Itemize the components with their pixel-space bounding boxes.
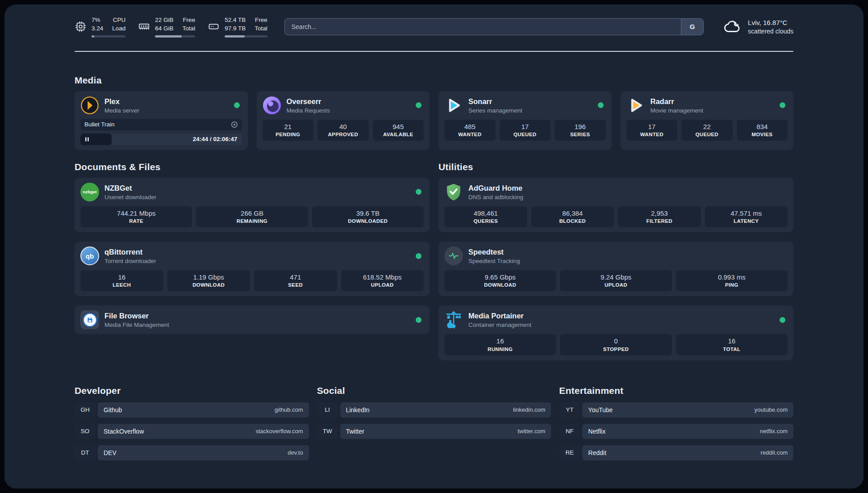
stat-label: PING [678,282,786,288]
app-card-nzbget[interactable]: nzbget NZBGet Usenet downloader 744.21 M… [75,178,430,232]
disk-progress-bar [225,35,267,38]
stat-value: 9.65 Gbps [446,273,554,282]
now-playing-row: Bullet Train [80,119,242,130]
app-card-sonarr[interactable]: Sonarr Series management 485 WANTED 17 Q… [438,91,612,150]
bookmark-abbr[interactable]: DT [75,445,96,460]
stat-tile: 16 TOTAL [676,334,788,355]
bookmark-pill[interactable]: LinkedIn linkedin.com [340,402,551,418]
bookmark-dev[interactable]: DT DEV dev.to [75,445,309,460]
bookmark-pill[interactable]: Netflix netflix.com [582,424,793,439]
cpu-stat: 7% 3.24 CPU Load [75,16,125,38]
bookmark-pill[interactable]: StackOverflow stackoverflow.com [98,424,309,439]
stats-row: 498,461 QUERIES 86,384 BLOCKED 2,953 FIL… [444,206,788,227]
app-card-portainer[interactable]: Media Portainer Container management 16 … [438,305,793,360]
stat-value: 40 [319,122,367,131]
bookmark-netflix[interactable]: NF Netflix netflix.com [559,424,793,439]
status-dot [416,102,421,108]
app-title: Media Portainer [468,311,774,321]
cpu-load-label: Load [112,25,125,33]
card-titles: NZBGet Usenet downloader [104,184,410,201]
bookmark-youtube[interactable]: YT YouTube youtube.com [559,402,793,418]
bookmark-abbr[interactable]: TW [317,424,338,439]
status-dot [780,102,785,108]
search-engine-button[interactable]: G [681,19,703,35]
pause-icon[interactable] [84,137,90,142]
app-card-file-browser[interactable]: File Browser Media File Management [75,305,430,334]
app-card-qbittorrent[interactable]: qb qBittorrent Torrent downloader 16 LEE… [75,242,430,296]
stat-value: 16 [82,273,162,282]
bookmark-url: dev.to [288,449,303,456]
stat-label: QUERIES [446,218,526,224]
bookmark-abbr[interactable]: YT [559,402,580,418]
stat-label: RATE [82,218,190,224]
app-title: Sonarr [468,97,593,106]
search-input[interactable] [285,19,681,35]
stats-row: 16 RUNNING 0 STOPPED 16 TOTAL [444,334,788,355]
app-card-adguard[interactable]: AdGuard Home DNS and adblocking 498,461 … [438,178,793,232]
bookmark-name: YouTube [588,406,754,414]
stat-label: TOTAL [678,347,786,352]
cpu-stat-body: 7% 3.24 CPU Load [92,16,125,38]
bookmark-pill[interactable]: DEV dev.to [98,445,309,460]
stat-label: DOWNLOAD [446,282,554,288]
dashboard-page: 7% 3.24 CPU Load [4,4,864,489]
stat-label: SEED [256,282,335,288]
stat-tile: 17 QUEUED [500,120,551,141]
stat-tile: 22 QUEUED [681,120,733,141]
disk-free-label: Free [255,16,267,25]
bookmark-reddit[interactable]: RE Reddit reddit.com [559,445,793,460]
stat-value: 17 [501,122,549,131]
bookmark-abbr[interactable]: RE [559,445,580,460]
bookmark-pill[interactable]: Twitter twitter.com [340,424,551,439]
card-titles: AdGuard Home DNS and adblocking [468,184,788,201]
disk-stat-body: 52.4 TB 97.9 TB Free Total [225,16,267,38]
bookmark-twitter[interactable]: TW Twitter twitter.com [317,424,551,439]
radarr-icon [626,96,645,115]
stat-value: 744.21 Mbps [82,209,190,218]
bookmark-stackoverflow[interactable]: SO StackOverflow stackoverflow.com [75,424,309,439]
bookmark-abbr[interactable]: GH [75,402,96,418]
card-titles: qBittorrent Torrent downloader [104,247,410,264]
memory-total: 64 GiB [155,25,173,33]
utilities-column: Utilities [438,162,793,360]
stat-value: 945 [375,122,422,131]
card-head: File Browser Media File Management [80,310,424,329]
card-head: Media Portainer Container management [444,310,788,329]
stat-tile: 40 APPROVED [317,120,369,141]
bookmark-abbr[interactable]: LI [317,402,338,418]
memory-free-label: Free [183,16,196,25]
session-details-icon[interactable] [231,121,238,128]
app-card-radarr[interactable]: Radarr Movie management 17 WANTED 22 QUE… [621,91,794,150]
search-bar: G [284,18,704,35]
bookmark-name: Netflix [588,428,760,435]
stat-label: QUEUED [683,132,731,137]
bookmark-github[interactable]: GH Github github.com [75,402,309,418]
stat-value: 0.993 ms [678,273,786,282]
stat-value: 2,953 [620,209,699,218]
bookmark-abbr[interactable]: NF [559,424,580,439]
stat-value: 9.24 Gbps [562,273,670,282]
section-title-entertainment: Entertainment [559,385,793,396]
bookmark-pill[interactable]: YouTube youtube.com [582,402,793,418]
stat-value: 39.6 TB [314,209,422,218]
app-card-plex[interactable]: Plex Media server Bullet Train [75,91,248,150]
app-title: AdGuard Home [468,184,788,193]
stat-value: 498,461 [446,209,526,218]
app-card-speedtest[interactable]: Speedtest Speedtest Tracking 9.65 Gbps D… [438,242,793,296]
bookmark-pill[interactable]: Github github.com [98,402,309,418]
stat-label: WANTED [446,132,494,137]
stat-label: STOPPED [562,347,670,352]
status-dot [416,189,421,195]
disk-icon [208,21,220,33]
playback-progress-fill [80,134,112,145]
media-cards-row: Plex Media server Bullet Train [75,91,793,150]
bookmark-pill[interactable]: Reddit reddit.com [582,445,793,460]
section-title-documents: Documents & Files [75,162,430,172]
section-title-social: Social [317,385,551,396]
app-card-overseerr[interactable]: Overseerr Media Requests 21 PENDING 40 A… [257,91,430,150]
bookmark-linkedin[interactable]: LI LinkedIn linkedin.com [317,402,551,418]
stat-value: 16 [678,337,786,346]
stat-value: 266 GB [198,209,306,218]
stat-label: FILTERED [620,218,699,224]
bookmark-abbr[interactable]: SO [75,424,96,439]
